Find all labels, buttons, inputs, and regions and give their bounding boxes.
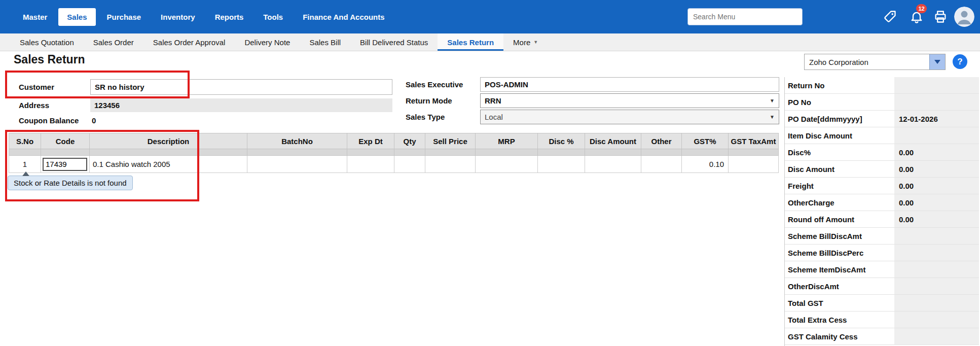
cell-gst-percent[interactable]: 0.10 xyxy=(682,156,729,173)
return-mode-label: Return Mode xyxy=(406,96,452,105)
return-mode-value: RRN xyxy=(485,96,501,105)
cell-description[interactable]: 0.1 Cashio watch 2005 xyxy=(90,156,247,173)
summary-label: Round off Amount xyxy=(785,211,894,227)
cell-mrp[interactable] xyxy=(476,156,538,173)
summary-row: PO Date[ddmmyyyy]12-01-2026 xyxy=(785,111,979,127)
summary-row: OtherCharge0.00 xyxy=(785,194,979,211)
summary-value: 0.00 xyxy=(894,194,979,211)
chevron-down-icon: ▼ xyxy=(770,98,775,103)
summary-label: Scheme BillDiscPerc xyxy=(785,245,894,261)
summary-label: PO No xyxy=(785,94,894,110)
summary-row: GST Calamity Cess xyxy=(785,328,979,345)
summary-value xyxy=(894,278,979,294)
summary-row: Freight0.00 xyxy=(785,178,979,194)
cell-code[interactable] xyxy=(41,156,90,173)
tab-more-label: More xyxy=(513,38,530,47)
summary-row: Total GST xyxy=(785,295,979,312)
chevron-down-icon: ▼ xyxy=(533,40,538,45)
summary-label: Scheme BillDiscAmt xyxy=(785,228,894,244)
coupon-balance-label: Coupon Balance xyxy=(19,116,79,125)
col-other: Other xyxy=(641,133,682,149)
item-code-input[interactable] xyxy=(43,158,87,171)
summary-row: Scheme ItemDiscAmt xyxy=(785,261,979,278)
menu-finance-and-accounts[interactable]: Finance And Accounts xyxy=(294,8,393,26)
summary-value xyxy=(894,261,979,278)
summary-label: OtherCharge xyxy=(785,194,894,211)
cell-disc-amount[interactable] xyxy=(585,156,641,173)
sales-subnav: Sales Quotation Sales Order Sales Order … xyxy=(0,33,980,51)
user-avatar[interactable] xyxy=(954,7,974,27)
cell-expdt[interactable] xyxy=(347,156,394,173)
summary-label: Disc% xyxy=(785,144,894,160)
stock-warning-tooltip: Stock or Rate Details is not found xyxy=(8,176,133,190)
page-title: Sales Return xyxy=(14,53,85,66)
col-sno: S.No xyxy=(9,133,41,149)
help-button[interactable]: ? xyxy=(953,54,967,69)
table-header-row: S.No Code Description BatchNo Exp Dt Qty… xyxy=(9,133,779,149)
cell-qty[interactable] xyxy=(394,156,425,173)
tag-icon[interactable] xyxy=(883,10,897,24)
menu-purchase[interactable]: Purchase xyxy=(98,8,150,26)
printer-icon[interactable] xyxy=(933,10,948,24)
col-code: Code xyxy=(41,133,90,149)
address-value: 123456 xyxy=(90,98,392,112)
menu-tools[interactable]: Tools xyxy=(255,8,292,26)
tab-delivery-note[interactable]: Delivery Note xyxy=(235,33,300,51)
tab-sales-order[interactable]: Sales Order xyxy=(84,33,143,51)
company-select-value: Zoho Corporation xyxy=(805,58,929,66)
summary-row: Item Disc Amount xyxy=(785,127,979,144)
return-mode-select[interactable]: RRN ▼ xyxy=(480,93,779,108)
summary-value xyxy=(894,77,979,93)
company-select[interactable]: Zoho Corporation xyxy=(804,54,946,70)
summary-label: Scheme ItemDiscAmt xyxy=(785,261,894,278)
chevron-down-icon[interactable] xyxy=(929,54,945,70)
tab-bill-delivered-status[interactable]: Bill Delivered Status xyxy=(350,33,438,51)
summary-value: 0.00 xyxy=(894,161,979,177)
col-description: Description xyxy=(90,133,247,149)
sales-executive-input[interactable] xyxy=(480,77,779,92)
sales-type-select[interactable]: Local ▼ xyxy=(480,110,779,124)
cell-other[interactable] xyxy=(641,156,682,173)
summary-row: Disc%0.00 xyxy=(785,144,979,161)
cell-disc-percent[interactable] xyxy=(538,156,585,173)
cell-sno: 1 xyxy=(9,156,41,173)
customer-label: Customer xyxy=(19,83,54,91)
tab-sales-bill[interactable]: Sales Bill xyxy=(300,33,350,51)
summary-label: Total GST xyxy=(785,295,894,311)
summary-value: 12-01-2026 xyxy=(894,111,979,127)
table-row: 1 0.1 Cashio watch 2005 0.10 xyxy=(9,156,779,173)
summary-value xyxy=(894,328,979,344)
tab-more[interactable]: More ▼ xyxy=(503,33,548,51)
app-window: Master Sales Purchase Inventory Reports … xyxy=(0,0,980,346)
menu-master[interactable]: Master xyxy=(14,8,56,26)
menu-sales[interactable]: Sales xyxy=(58,8,95,26)
cell-sell-price[interactable] xyxy=(425,156,476,173)
top-navbar: Master Sales Purchase Inventory Reports … xyxy=(0,0,980,33)
summary-value xyxy=(894,94,979,110)
col-disc-amount: Disc Amount xyxy=(585,133,641,149)
summary-label: Freight xyxy=(785,178,894,194)
menu-reports[interactable]: Reports xyxy=(206,8,252,26)
cell-batchno[interactable] xyxy=(247,156,347,173)
search-input[interactable] xyxy=(687,8,803,25)
summary-row: Scheme BillDiscAmt xyxy=(785,228,979,245)
col-gst-percent: GST% xyxy=(682,133,729,149)
summary-row: Return No xyxy=(785,77,979,94)
tab-sales-order-approval[interactable]: Sales Order Approval xyxy=(143,33,235,51)
menu-inventory[interactable]: Inventory xyxy=(152,8,204,26)
col-sell-price: Sell Price xyxy=(425,133,476,149)
summary-value: 0.00 xyxy=(894,144,979,160)
tab-sales-return[interactable]: Sales Return xyxy=(438,33,503,51)
customer-input[interactable] xyxy=(90,79,392,95)
notification-badge: 12 xyxy=(916,4,927,13)
main-menu: Master Sales Purchase Inventory Reports … xyxy=(0,0,980,33)
cell-gst-taxamt[interactable] xyxy=(729,156,779,173)
sales-type-label: Sales Type xyxy=(406,113,445,121)
summary-label: Item Disc Amount xyxy=(785,127,894,144)
summary-label: PO Date[ddmmyyyy] xyxy=(785,111,894,127)
items-table: S.No Code Description BatchNo Exp Dt Qty… xyxy=(9,133,779,173)
bell-icon[interactable]: 12 xyxy=(910,10,924,24)
address-label: Address xyxy=(19,101,49,110)
summary-value xyxy=(894,312,979,328)
tab-sales-quotation[interactable]: Sales Quotation xyxy=(10,33,84,51)
